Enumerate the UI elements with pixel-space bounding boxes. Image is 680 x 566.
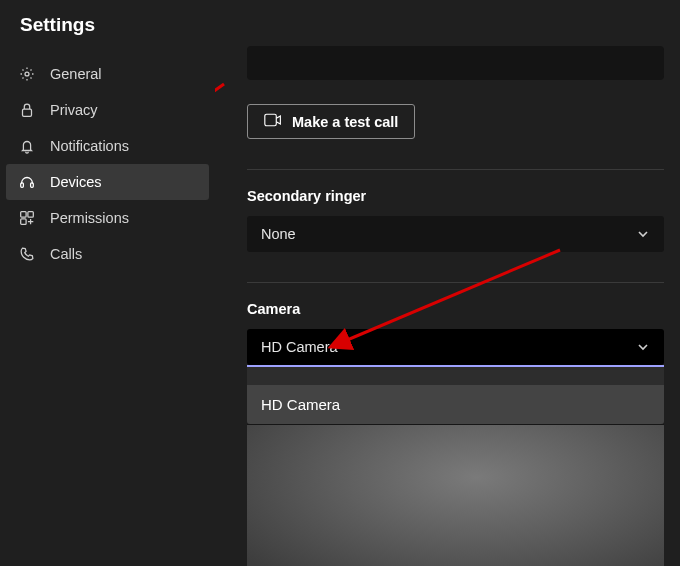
camera-option-hd[interactable]: HD Camera <box>247 385 664 424</box>
svg-rect-4 <box>21 212 26 217</box>
select-value: HD Camera <box>261 339 338 355</box>
sidebar-item-permissions[interactable]: Permissions <box>0 200 215 236</box>
sidebar-item-label: Notifications <box>50 138 129 154</box>
secondary-ringer-select[interactable]: None <box>247 216 664 252</box>
sidebar: General Privacy Notifications Devices Pe <box>0 44 215 566</box>
camera-select[interactable]: HD Camera <box>247 329 664 365</box>
sidebar-item-notifications[interactable]: Notifications <box>0 128 215 164</box>
camera-preview: Preview <box>247 424 664 566</box>
divider <box>247 282 664 283</box>
camera-preview-image <box>247 424 664 566</box>
sidebar-item-label: Privacy <box>50 102 98 118</box>
sidebar-item-privacy[interactable]: Privacy <box>0 92 215 128</box>
annotation-arrow <box>215 76 229 196</box>
chevron-down-icon <box>636 340 650 354</box>
content: Make a test call Secondary ringer None C… <box>215 44 680 566</box>
svg-rect-1 <box>23 109 32 116</box>
sidebar-item-calls[interactable]: Calls <box>0 236 215 272</box>
svg-point-0 <box>25 72 29 76</box>
button-label: Make a test call <box>292 114 398 130</box>
select-value: None <box>261 226 296 242</box>
sidebar-item-label: Permissions <box>50 210 129 226</box>
sidebar-item-general[interactable]: General <box>0 56 215 92</box>
headset-icon <box>18 173 36 191</box>
dropdown-spacer <box>247 367 664 385</box>
sidebar-item-label: General <box>50 66 102 82</box>
lock-icon <box>18 101 36 119</box>
page-title: Settings <box>0 0 680 44</box>
chevron-down-icon <box>636 227 650 241</box>
apps-icon <box>18 209 36 227</box>
sidebar-item-label: Devices <box>50 174 102 190</box>
svg-rect-6 <box>21 219 26 224</box>
sidebar-item-devices[interactable]: Devices <box>6 164 209 200</box>
secondary-ringer-heading: Secondary ringer <box>247 188 664 204</box>
gear-icon <box>18 65 36 83</box>
make-test-call-button[interactable]: Make a test call <box>247 104 415 139</box>
speaker-select[interactable] <box>247 46 664 80</box>
bell-icon <box>18 137 36 155</box>
divider <box>247 169 664 170</box>
svg-line-8 <box>215 84 224 186</box>
sidebar-item-label: Calls <box>50 246 82 262</box>
video-call-icon <box>264 113 282 130</box>
svg-rect-5 <box>28 212 33 217</box>
camera-dropdown: HD Camera <box>247 367 664 424</box>
svg-rect-7 <box>265 114 276 125</box>
phone-icon <box>18 245 36 263</box>
camera-heading: Camera <box>247 301 664 317</box>
